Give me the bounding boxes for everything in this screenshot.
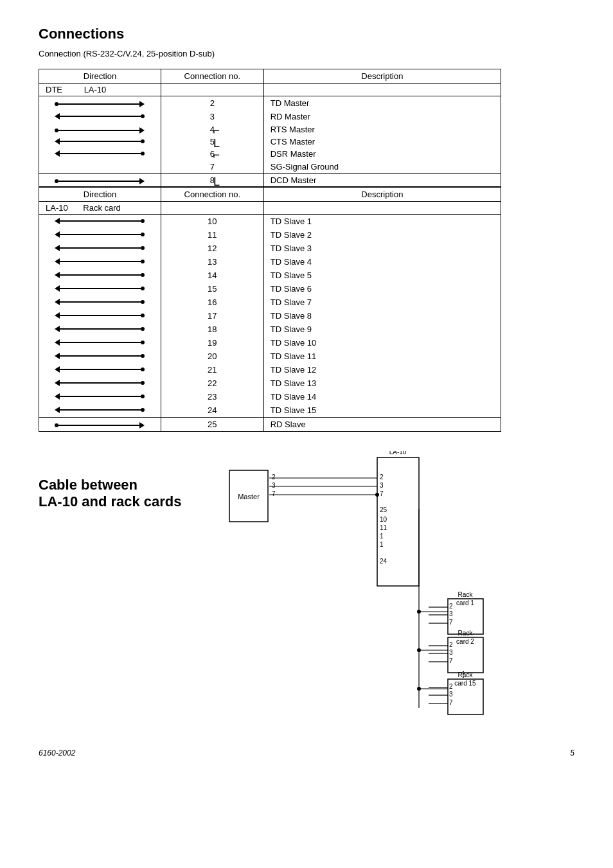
conn-no: 2 [161, 96, 263, 111]
table-row: 13 TD Slave 4 [39, 255, 501, 269]
page-title: Connections [39, 26, 574, 42]
svg-text:25: 25 [380, 506, 387, 513]
arrow-left [55, 326, 145, 332]
svg-text:2: 2 [272, 474, 276, 481]
svg-text:7: 7 [449, 657, 453, 664]
svg-text:3: 3 [449, 610, 453, 617]
arrow-left [55, 366, 145, 373]
svg-point-19 [375, 493, 379, 497]
footer-left: 6160-2002 [39, 748, 75, 757]
arrow-right [55, 178, 145, 184]
conn-no: 3 [161, 110, 263, 123]
table-row: 20 TD Slave 11 [39, 350, 501, 363]
svg-text:1: 1 [380, 541, 384, 548]
table-row: 18 TD Slave 9 [39, 323, 501, 336]
table-row: 3 RD Master [39, 110, 501, 123]
no-arrow [55, 162, 145, 172]
svg-point-45 [417, 687, 421, 691]
table-row: 21 TD Slave 12 [39, 363, 501, 376]
svg-text:2: 2 [449, 603, 453, 610]
cable-diagram: Master 2 3 7 LA-10 2 3 7 25 10 11 1 1 [206, 451, 574, 723]
svg-text:card 1: card 1 [456, 599, 474, 607]
arrow-left [55, 150, 145, 157]
table-row: 14 TD Slave 5 [39, 269, 501, 282]
section1-subheader: DTE LA-10 [39, 84, 501, 96]
table-row: 23 TD Slave 14 [39, 390, 501, 403]
svg-text:7: 7 [380, 490, 384, 497]
svg-text:Rack: Rack [458, 671, 474, 678]
conn-no: 7 [161, 160, 263, 174]
footer: 6160-2002 5 [39, 748, 574, 757]
conn-no-bracket: 6 ⌐ [161, 148, 263, 160]
table-row: 8 L DCD Master [39, 174, 501, 188]
svg-text:card 2: card 2 [456, 638, 474, 645]
arrow-left [55, 380, 145, 386]
connections-table: Direction Connection no. Description DTE… [39, 69, 501, 432]
description: TD Master [263, 96, 501, 111]
table-row: 24 TD Slave 15 [39, 403, 501, 418]
svg-text:Rack: Rack [458, 630, 474, 637]
svg-text:2: 2 [449, 683, 453, 690]
svg-text:24: 24 [380, 558, 387, 565]
table-row: 22 TD Slave 13 [39, 376, 501, 390]
conn-no-bracket: 5 L [161, 136, 263, 148]
dte-label: DTE [46, 85, 62, 94]
svg-text:Master: Master [238, 493, 260, 500]
svg-text:10: 10 [380, 516, 387, 523]
arrow-left [55, 231, 145, 238]
arrow-left [55, 258, 145, 265]
subtitle: Connection (RS-232-C/V.24, 25-position D… [39, 49, 574, 58]
description: SG-Signal Ground [263, 160, 501, 174]
footer-right: 5 [570, 748, 574, 757]
svg-text:1: 1 [380, 533, 384, 540]
connno-header-1: Connection no. [161, 69, 263, 84]
arrow-left [55, 113, 145, 120]
desc-header-2: Description [263, 187, 501, 202]
arrow-right [55, 101, 145, 107]
section2-subheader: LA-10 Rack card [39, 202, 501, 215]
table-row: 2 TD Master [39, 96, 501, 111]
arrow-right [55, 127, 145, 134]
svg-text:7: 7 [449, 699, 453, 706]
description: RD Master [263, 110, 501, 123]
table-row: 10 TD Slave 1 [39, 215, 501, 229]
table-row: 25 RD Slave [39, 418, 501, 432]
table-header-row-2: Direction Connection no. Description [39, 187, 501, 202]
table-row: 5 L CTS Master [39, 136, 501, 148]
conn-no-bracket: 8 L [161, 174, 263, 188]
arrow-left [55, 339, 145, 346]
svg-text:7: 7 [272, 490, 276, 497]
table-header-row-1: Direction Connection no. Description [39, 69, 501, 84]
arrow-left [55, 353, 145, 359]
arrow-left [55, 393, 145, 400]
table-row: 19 TD Slave 10 [39, 336, 501, 350]
description: DCD Master [263, 174, 501, 188]
svg-text:3: 3 [272, 482, 276, 489]
conn-no-bracket: 4 ⌐ [161, 123, 263, 136]
svg-text:2: 2 [380, 474, 384, 481]
arrow-left [55, 245, 145, 251]
table-row: 6 ⌐ DSR Master [39, 148, 501, 160]
table-row: 4 ⌐ RTS Master [39, 123, 501, 136]
arrow-left [55, 299, 145, 305]
description: DSR Master [263, 148, 501, 160]
desc-header-1: Description [263, 69, 501, 84]
description: CTS Master [263, 136, 501, 148]
svg-text:LA-10: LA-10 [389, 451, 407, 456]
table-row: 15 TD Slave 6 [39, 282, 501, 296]
svg-point-33 [417, 648, 421, 652]
direction-header-2: Direction [39, 187, 161, 202]
svg-text:card 15: card 15 [454, 680, 476, 687]
arrow-left [55, 218, 145, 224]
description: RTS Master [263, 123, 501, 136]
cable-svg: Master 2 3 7 LA-10 2 3 7 25 10 11 1 1 [206, 451, 574, 721]
la10-label-2: LA-10 [46, 203, 68, 213]
rack-card-label: Rack card [83, 203, 121, 213]
table-row: 12 TD Slave 3 [39, 242, 501, 255]
svg-text:3: 3 [449, 649, 453, 656]
svg-text:2: 2 [449, 641, 453, 648]
table-row: 7 SG-Signal Ground [39, 160, 501, 174]
arrow-left [55, 312, 145, 319]
svg-text:11: 11 [380, 524, 387, 531]
cable-label: Cable between LA-10 and rack cards [39, 477, 206, 511]
